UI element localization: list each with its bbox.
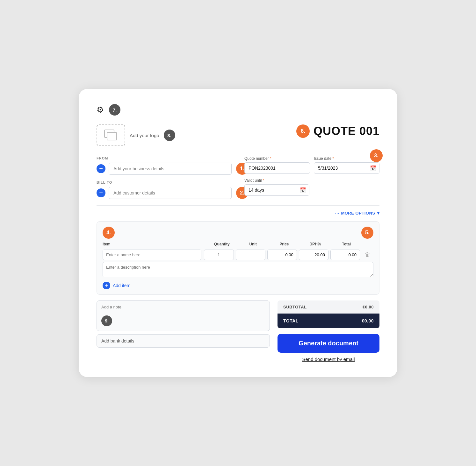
- total-value: €0.00: [362, 318, 374, 323]
- quote-number-field: Quote number *: [244, 156, 310, 174]
- header-unit: Unit: [237, 242, 269, 246]
- step9-badge: 9.: [101, 315, 112, 326]
- step3-badge: 3.: [370, 149, 383, 162]
- subtotal-row: SUBTOTAL €0.00: [278, 300, 379, 314]
- table-row: 🗑: [103, 250, 373, 260]
- note-textarea[interactable]: [97, 301, 270, 329]
- issue-date-field: Issue date * 📅: [314, 156, 379, 174]
- items-section-outer: 4. 5. Item Quantity Unit Price DPH% Tota…: [97, 221, 379, 295]
- item-total-input[interactable]: [330, 250, 360, 260]
- item-dph-cell: [299, 250, 330, 260]
- fields-wrap: 3. Quote number * Issue date *: [244, 156, 379, 196]
- issue-date-wrap: 📅: [314, 162, 379, 174]
- business-details-input[interactable]: [109, 163, 232, 175]
- bank-details[interactable]: Add bank details: [97, 334, 270, 348]
- notes-bank-col: 9. Add bank details: [97, 300, 270, 362]
- item-description-input[interactable]: [103, 262, 373, 277]
- fields-col: 3. Quote number * Issue date *: [244, 156, 379, 199]
- add-customer-btn[interactable]: +: [97, 188, 105, 197]
- issue-date-input[interactable]: [314, 162, 379, 174]
- item-total-cell: [330, 250, 362, 260]
- subtotal-value: €0.00: [363, 305, 374, 309]
- form-section: FROM + 1. BILL TO + 2. 3.: [97, 156, 379, 199]
- header-dph: DPH%: [300, 242, 331, 246]
- totals-actions-col: SUBTOTAL €0.00 TOTAL €0.00 Generate docu…: [278, 300, 379, 362]
- item-price-input[interactable]: [267, 250, 297, 260]
- item-name-cell: [103, 250, 204, 260]
- items-table-header: Item Quantity Unit Price DPH% Total: [103, 242, 373, 246]
- add-logo-label: Add your logo: [130, 133, 159, 138]
- logo-quote-row: Add your logo 8. 6. QUOTE 001: [97, 124, 379, 146]
- customer-details-input[interactable]: [109, 187, 232, 199]
- valid-until-wrap: 📅: [244, 184, 309, 196]
- more-options-dots: ···: [335, 211, 339, 215]
- header-quantity: Quantity: [206, 242, 238, 246]
- item-unit-input[interactable]: [236, 250, 265, 260]
- header-total: Total: [331, 242, 362, 246]
- chevron-down-icon: ▾: [377, 211, 380, 215]
- delete-item-btn[interactable]: 🗑: [365, 251, 371, 258]
- logo-area: Add your logo 8.: [97, 124, 175, 146]
- header-row: ⚙ 7.: [97, 104, 379, 116]
- add-item-circle: +: [103, 282, 110, 289]
- items-badges-row: 4. 5.: [103, 227, 373, 239]
- item-name-input[interactable]: [103, 250, 201, 260]
- bottom-section: 9. Add bank details SUBTOTAL €0.00 TOTAL…: [97, 300, 379, 362]
- total-label: TOTAL: [283, 318, 299, 323]
- main-card: ⚙ 7. Add your logo 8. 6. QUOTE 001 FROM: [79, 89, 397, 377]
- item-dph-input[interactable]: [299, 250, 328, 260]
- from-section: FROM + 1.: [97, 156, 232, 175]
- from-input-row: + 1.: [97, 163, 232, 175]
- step7-badge: 7.: [109, 104, 120, 116]
- bill-label: BILL TO: [97, 180, 232, 184]
- from-bill-col: FROM + 1. BILL TO + 2.: [97, 156, 232, 199]
- more-options-btn[interactable]: ··· MORE OPTIONS ▾: [335, 211, 379, 215]
- step4-badge: 4.: [103, 227, 115, 239]
- issue-date-label: Issue date *: [314, 156, 379, 161]
- item-qty-input[interactable]: [204, 250, 234, 260]
- quote-number-input[interactable]: [244, 162, 310, 174]
- logo-placeholder[interactable]: [97, 124, 125, 146]
- bill-section: BILL TO + 2.: [97, 180, 232, 199]
- bill-input-row: + 2.: [97, 187, 232, 199]
- svg-rect-1: [107, 132, 117, 140]
- quote-number-row: Quote number * Issue date * 📅: [244, 156, 379, 174]
- quote-title-area: 6. QUOTE 001: [296, 124, 379, 138]
- valid-until-input[interactable]: [244, 184, 309, 196]
- divider: [97, 205, 379, 206]
- note-area: 9.: [97, 300, 270, 331]
- send-email-btn[interactable]: Send document by email: [278, 357, 379, 362]
- more-options-row: ··· MORE OPTIONS ▾: [97, 211, 379, 215]
- valid-until-field: Validt until * 📅: [244, 178, 309, 196]
- item-unit-cell: [236, 250, 267, 260]
- header-price: Price: [269, 242, 300, 246]
- item-qty-cell: [204, 250, 235, 260]
- generate-document-btn[interactable]: Generate document: [278, 334, 379, 353]
- step6-badge: 6.: [296, 124, 310, 138]
- add-business-btn[interactable]: +: [97, 164, 105, 173]
- item-delete-cell: 🗑: [362, 251, 373, 258]
- item-price-cell: [267, 250, 299, 260]
- gear-icon[interactable]: ⚙: [97, 105, 104, 115]
- total-row: TOTAL €0.00: [278, 314, 379, 328]
- add-item-btn[interactable]: + Add item: [103, 282, 130, 289]
- header-item: Item: [103, 242, 206, 246]
- from-label: FROM: [97, 156, 232, 160]
- subtotal-label: SUBTOTAL: [283, 305, 307, 309]
- valid-until-row: Validt until * 📅: [244, 178, 379, 196]
- quote-number-label: Quote number *: [244, 156, 310, 161]
- quote-title: QUOTE 001: [314, 124, 379, 138]
- items-section: 4. 5. Item Quantity Unit Price DPH% Tota…: [97, 221, 379, 295]
- valid-until-label: Validt until *: [244, 178, 309, 183]
- step5-badge: 5.: [361, 227, 373, 239]
- step8-badge: 8.: [164, 130, 175, 141]
